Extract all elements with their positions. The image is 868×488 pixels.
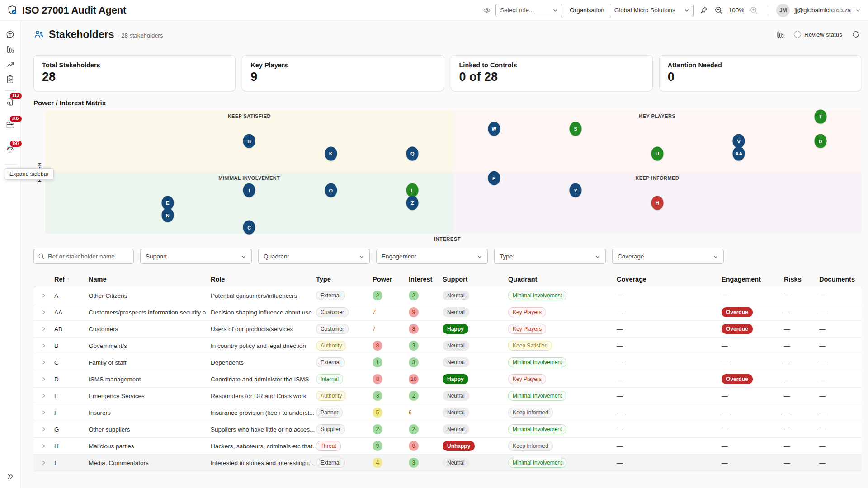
cell-interest: 3 <box>409 341 443 351</box>
select-role-dropdown[interactable]: Select role... <box>495 4 562 17</box>
cell-ref: AA <box>54 309 89 316</box>
filter-type[interactable]: Type <box>494 249 606 264</box>
cell-quadrant: Minimal Involvement <box>508 291 617 300</box>
row-expand-chevron-icon[interactable] <box>33 293 54 298</box>
power-value: 3 <box>373 391 382 401</box>
cell-interest: 2 <box>409 424 443 434</box>
matrix-point-S[interactable]: S <box>570 122 582 136</box>
matrix-point-I[interactable]: I <box>243 183 255 197</box>
matrix-point-P[interactable]: P <box>488 171 500 185</box>
col-name[interactable]: Name <box>89 276 211 283</box>
sidebar-item-risks[interactable]: 197 <box>3 142 18 157</box>
organisation-dropdown[interactable]: Global Micro Solutions <box>610 4 694 17</box>
search-input[interactable] <box>48 253 129 260</box>
col-documents[interactable]: Documents <box>819 276 858 283</box>
filter-engagement[interactable]: Engagement <box>376 249 488 264</box>
sidebar-item-poll[interactable] <box>3 42 18 57</box>
sidebar-item-reviews[interactable]: 113 <box>3 94 18 109</box>
sort-asc-icon: ↑ <box>66 277 69 283</box>
matrix-point-K[interactable]: K <box>325 146 337 160</box>
cell-support: Neutral <box>443 424 508 434</box>
cell-engagement: — <box>722 460 784 466</box>
cell-interest: 2 <box>409 391 443 401</box>
row-expand-chevron-icon[interactable] <box>33 326 54 332</box>
col-interest[interactable]: Interest <box>409 276 443 283</box>
col-coverage[interactable]: Coverage <box>617 276 722 283</box>
cell-engagement: Overdue <box>722 307 784 317</box>
col-engagement[interactable]: Engagement <box>722 276 784 283</box>
engagement-chip: Overdue <box>722 324 753 334</box>
row-expand-chevron-icon[interactable] <box>33 376 54 382</box>
cell-coverage: — <box>617 393 722 399</box>
matrix-point-N[interactable]: N <box>161 208 174 222</box>
sidebar: 113 302 197 <box>0 21 21 488</box>
filter-quadrant[interactable]: Quadrant <box>258 249 370 264</box>
matrix-point-H[interactable]: H <box>651 196 663 210</box>
cell-engagement: Overdue <box>722 324 784 334</box>
chevron-down-icon <box>552 8 558 13</box>
row-expand-chevron-icon[interactable] <box>33 410 54 415</box>
col-quadrant[interactable]: Quadrant <box>508 276 617 283</box>
col-power[interactable]: Power <box>373 276 409 283</box>
power-value: 7 <box>373 307 376 317</box>
cell-power: 4 <box>373 458 409 468</box>
review-status-toggle[interactable]: Review status <box>794 31 842 38</box>
pin-icon[interactable] <box>698 5 709 15</box>
matrix-point-Q[interactable]: Q <box>406 146 419 160</box>
filter-coverage[interactable]: Coverage <box>612 249 724 264</box>
matrix-point-Y[interactable]: Y <box>570 183 582 197</box>
matrix-point-T[interactable]: T <box>814 109 826 123</box>
cell-power: 1 <box>373 357 409 367</box>
quadrant-chip: Minimal Involvement <box>508 424 566 434</box>
row-expand-chevron-icon[interactable] <box>33 393 54 399</box>
filter-support[interactable]: Support <box>140 249 252 264</box>
cell-power: 3 <box>373 441 409 451</box>
sidebar-item-evidence[interactable]: 302 <box>3 117 18 132</box>
cell-coverage: — <box>617 343 722 349</box>
zoom-in-icon[interactable] <box>749 5 760 16</box>
app-brand: ISO 27001 Audit Agent <box>6 5 126 16</box>
stakeholder-table: Ref↑ Name Role Type Power Interest Suppo… <box>33 271 861 471</box>
matrix-point-C[interactable]: C <box>243 221 255 235</box>
matrix-point-O[interactable]: O <box>325 183 337 197</box>
matrix-point-B[interactable]: B <box>243 134 255 148</box>
cell-role: Hackers, saboteurs, criminals etc that..… <box>211 443 316 450</box>
cell-ref: D <box>54 376 89 383</box>
interest-value: 3 <box>409 458 419 468</box>
stakeholder-search[interactable] <box>33 249 134 264</box>
cell-ref: B <box>54 343 89 349</box>
table-row-A: AOther CitizensPotential consumers/influ… <box>33 287 861 304</box>
expand-sidebar-button[interactable] <box>3 469 18 483</box>
col-ref[interactable]: Ref↑ <box>54 276 89 283</box>
chart-view-icon[interactable] <box>775 29 786 40</box>
sidebar-item-tasks[interactable] <box>3 72 18 87</box>
table-row-I: IMedia, CommentatorsInterested in storie… <box>33 455 861 471</box>
row-expand-chevron-icon[interactable] <box>33 310 54 315</box>
sidebar-item-chat[interactable] <box>3 27 18 42</box>
matrix-point-D[interactable]: D <box>814 134 826 148</box>
row-expand-chevron-icon[interactable] <box>33 343 54 348</box>
row-expand-chevron-icon[interactable] <box>33 443 54 449</box>
col-role[interactable]: Role <box>211 276 316 283</box>
zoom-out-icon[interactable] <box>713 5 724 16</box>
sidebar-item-trends[interactable] <box>3 57 18 72</box>
cell-documents: — <box>819 409 858 416</box>
cell-risks: — <box>784 292 819 299</box>
matrix-point-U[interactable]: U <box>651 146 663 160</box>
cell-coverage: — <box>617 376 722 383</box>
user-menu-chevron-icon[interactable] <box>855 8 861 13</box>
col-support[interactable]: Support <box>443 276 508 283</box>
row-expand-chevron-icon[interactable] <box>33 460 54 465</box>
col-risks[interactable]: Risks <box>784 276 819 283</box>
matrix-point-W[interactable]: W <box>488 122 500 136</box>
refresh-icon[interactable] <box>850 29 861 40</box>
col-type[interactable]: Type <box>316 276 373 283</box>
chat-icon <box>5 30 15 39</box>
row-expand-chevron-icon[interactable] <box>33 360 54 365</box>
support-chip: Neutral <box>443 408 469 418</box>
avatar[interactable]: JM <box>776 4 790 17</box>
cell-engagement: — <box>722 443 784 450</box>
matrix-point-AA[interactable]: AA <box>733 146 745 160</box>
matrix-point-Z[interactable]: Z <box>406 196 419 210</box>
row-expand-chevron-icon[interactable] <box>33 427 54 432</box>
